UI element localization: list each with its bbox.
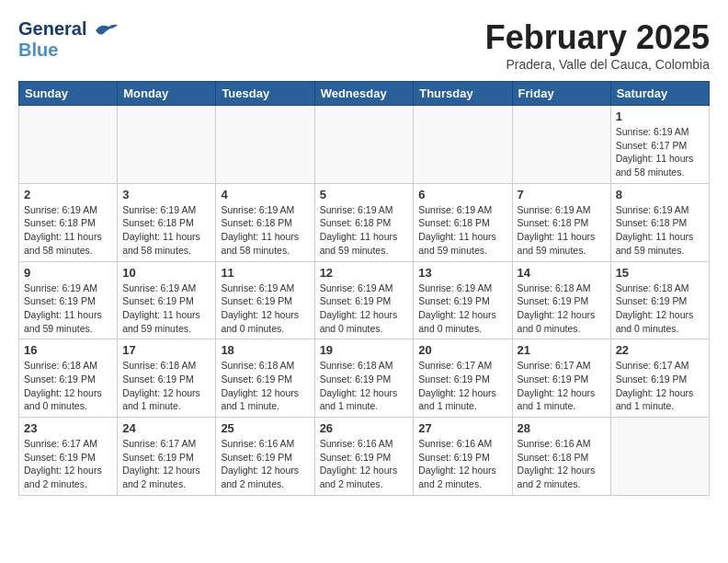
calendar-cell: 11Sunrise: 6:19 AM Sunset: 6:19 PM Dayli… — [216, 261, 314, 339]
day-number: 22 — [616, 343, 704, 357]
day-number: 10 — [122, 266, 210, 280]
calendar-week-row: 16Sunrise: 6:18 AM Sunset: 6:19 PM Dayli… — [19, 339, 710, 418]
day-info: Sunrise: 6:19 AM Sunset: 6:18 PM Dayligh… — [221, 203, 309, 258]
calendar-cell: 1Sunrise: 6:19 AM Sunset: 6:17 PM Daylig… — [610, 106, 709, 184]
day-info: Sunrise: 6:19 AM Sunset: 6:18 PM Dayligh… — [616, 203, 704, 258]
calendar-cell — [19, 106, 118, 184]
calendar-cell: 3Sunrise: 6:19 AM Sunset: 6:18 PM Daylig… — [118, 183, 216, 261]
weekday-header-sunday: Sunday — [19, 82, 118, 106]
location-subtitle: Pradera, Valle del Cauca, Colombia — [485, 57, 710, 72]
weekday-header-monday: Monday — [118, 82, 216, 106]
day-number: 23 — [24, 421, 112, 435]
calendar-cell: 4Sunrise: 6:19 AM Sunset: 6:18 PM Daylig… — [216, 183, 314, 261]
calendar-cell: 16Sunrise: 6:18 AM Sunset: 6:19 PM Dayli… — [19, 339, 118, 418]
calendar-cell: 26Sunrise: 6:16 AM Sunset: 6:19 PM Dayli… — [314, 418, 414, 496]
calendar-cell — [314, 106, 414, 184]
calendar-cell: 6Sunrise: 6:19 AM Sunset: 6:18 PM Daylig… — [414, 183, 512, 261]
day-info: Sunrise: 6:19 AM Sunset: 6:18 PM Dayligh… — [418, 203, 506, 258]
calendar-cell — [118, 106, 216, 184]
day-number: 21 — [518, 343, 606, 357]
calendar-week-row: 9Sunrise: 6:19 AM Sunset: 6:19 PM Daylig… — [19, 261, 710, 339]
day-number: 8 — [616, 188, 704, 201]
calendar-cell: 25Sunrise: 6:16 AM Sunset: 6:19 PM Dayli… — [216, 418, 314, 496]
calendar-cell: 12Sunrise: 6:19 AM Sunset: 6:19 PM Dayli… — [314, 261, 414, 339]
calendar-cell: 2Sunrise: 6:19 AM Sunset: 6:18 PM Daylig… — [19, 183, 118, 261]
calendar-week-row: 2Sunrise: 6:19 AM Sunset: 6:18 PM Daylig… — [19, 183, 710, 261]
logo-text: General Blue — [18, 18, 119, 60]
calendar-cell — [216, 106, 314, 184]
day-info: Sunrise: 6:19 AM Sunset: 6:18 PM Dayligh… — [24, 203, 112, 258]
day-number: 5 — [320, 188, 409, 201]
calendar-cell: 5Sunrise: 6:19 AM Sunset: 6:18 PM Daylig… — [314, 183, 414, 261]
day-number: 17 — [122, 343, 210, 357]
day-number: 7 — [518, 188, 606, 201]
day-info: Sunrise: 6:16 AM Sunset: 6:18 PM Dayligh… — [518, 437, 606, 491]
day-number: 15 — [616, 266, 704, 280]
day-number: 24 — [122, 421, 210, 435]
calendar-week-row: 23Sunrise: 6:17 AM Sunset: 6:19 PM Dayli… — [19, 418, 710, 496]
day-number: 20 — [418, 343, 506, 357]
day-info: Sunrise: 6:19 AM Sunset: 6:18 PM Dayligh… — [518, 203, 606, 258]
day-info: Sunrise: 6:18 AM Sunset: 6:19 PM Dayligh… — [24, 359, 112, 413]
calendar-cell: 18Sunrise: 6:18 AM Sunset: 6:19 PM Dayli… — [216, 339, 314, 418]
day-info: Sunrise: 6:19 AM Sunset: 6:19 PM Dayligh… — [122, 282, 210, 336]
calendar-cell — [512, 106, 610, 184]
day-info: Sunrise: 6:18 AM Sunset: 6:19 PM Dayligh… — [221, 359, 309, 413]
day-number: 4 — [221, 188, 309, 201]
calendar-cell: 23Sunrise: 6:17 AM Sunset: 6:19 PM Dayli… — [19, 418, 118, 496]
weekday-header-saturday: Saturday — [610, 82, 709, 106]
day-number: 28 — [518, 421, 606, 435]
calendar-cell: 27Sunrise: 6:16 AM Sunset: 6:19 PM Dayli… — [414, 418, 512, 496]
weekday-header-thursday: Thursday — [414, 82, 512, 106]
calendar-cell: 17Sunrise: 6:18 AM Sunset: 6:19 PM Dayli… — [118, 339, 216, 418]
calendar-table: SundayMondayTuesdayWednesdayThursdayFrid… — [18, 81, 710, 496]
calendar-cell: 15Sunrise: 6:18 AM Sunset: 6:19 PM Dayli… — [610, 261, 709, 339]
day-info: Sunrise: 6:19 AM Sunset: 6:18 PM Dayligh… — [320, 203, 409, 258]
day-info: Sunrise: 6:19 AM Sunset: 6:18 PM Dayligh… — [122, 203, 210, 258]
calendar-week-row: 1Sunrise: 6:19 AM Sunset: 6:17 PM Daylig… — [19, 106, 710, 184]
day-info: Sunrise: 6:18 AM Sunset: 6:19 PM Dayligh… — [518, 282, 606, 336]
calendar-cell: 20Sunrise: 6:17 AM Sunset: 6:19 PM Dayli… — [414, 339, 512, 418]
weekday-header-tuesday: Tuesday — [216, 82, 314, 106]
day-number: 1 — [616, 109, 704, 123]
logo: General Blue — [18, 18, 119, 60]
calendar-cell: 10Sunrise: 6:19 AM Sunset: 6:19 PM Dayli… — [118, 261, 216, 339]
day-number: 6 — [418, 188, 506, 201]
day-info: Sunrise: 6:19 AM Sunset: 6:19 PM Dayligh… — [418, 282, 506, 336]
day-number: 13 — [418, 266, 506, 280]
calendar-cell: 19Sunrise: 6:18 AM Sunset: 6:19 PM Dayli… — [314, 339, 414, 418]
calendar-cell: 14Sunrise: 6:18 AM Sunset: 6:19 PM Dayli… — [512, 261, 610, 339]
calendar-cell — [414, 106, 512, 184]
day-info: Sunrise: 6:19 AM Sunset: 6:19 PM Dayligh… — [24, 282, 112, 336]
day-number: 3 — [122, 188, 210, 201]
day-info: Sunrise: 6:16 AM Sunset: 6:19 PM Dayligh… — [221, 437, 309, 491]
day-number: 27 — [418, 421, 506, 435]
page-header: General Blue February 2025 Pradera, Vall… — [18, 18, 710, 72]
month-year-title: February 2025 — [485, 18, 710, 57]
day-info: Sunrise: 6:18 AM Sunset: 6:19 PM Dayligh… — [122, 359, 210, 413]
day-number: 16 — [24, 343, 112, 357]
calendar-cell: 9Sunrise: 6:19 AM Sunset: 6:19 PM Daylig… — [19, 261, 118, 339]
day-info: Sunrise: 6:18 AM Sunset: 6:19 PM Dayligh… — [616, 282, 704, 336]
calendar-cell: 28Sunrise: 6:16 AM Sunset: 6:18 PM Dayli… — [512, 418, 610, 496]
day-number: 12 — [320, 266, 409, 280]
title-block: February 2025 Pradera, Valle del Cauca, … — [485, 18, 710, 72]
day-info: Sunrise: 6:18 AM Sunset: 6:19 PM Dayligh… — [320, 359, 409, 413]
day-info: Sunrise: 6:19 AM Sunset: 6:19 PM Dayligh… — [320, 282, 409, 336]
day-info: Sunrise: 6:17 AM Sunset: 6:19 PM Dayligh… — [24, 437, 112, 491]
weekday-header-friday: Friday — [512, 82, 610, 106]
day-number: 9 — [24, 266, 112, 280]
calendar-cell: 24Sunrise: 6:17 AM Sunset: 6:19 PM Dayli… — [118, 418, 216, 496]
day-number: 18 — [221, 343, 309, 357]
day-number: 26 — [320, 421, 409, 435]
weekday-header-wednesday: Wednesday — [314, 82, 414, 106]
day-info: Sunrise: 6:16 AM Sunset: 6:19 PM Dayligh… — [320, 437, 409, 491]
calendar-cell — [610, 418, 709, 496]
logo-bird-icon — [94, 21, 119, 40]
day-info: Sunrise: 6:17 AM Sunset: 6:19 PM Dayligh… — [616, 359, 704, 413]
calendar-cell: 13Sunrise: 6:19 AM Sunset: 6:19 PM Dayli… — [414, 261, 512, 339]
day-info: Sunrise: 6:19 AM Sunset: 6:19 PM Dayligh… — [221, 282, 309, 336]
calendar-cell: 21Sunrise: 6:17 AM Sunset: 6:19 PM Dayli… — [512, 339, 610, 418]
calendar-cell: 22Sunrise: 6:17 AM Sunset: 6:19 PM Dayli… — [610, 339, 709, 418]
calendar-cell: 8Sunrise: 6:19 AM Sunset: 6:18 PM Daylig… — [610, 183, 709, 261]
